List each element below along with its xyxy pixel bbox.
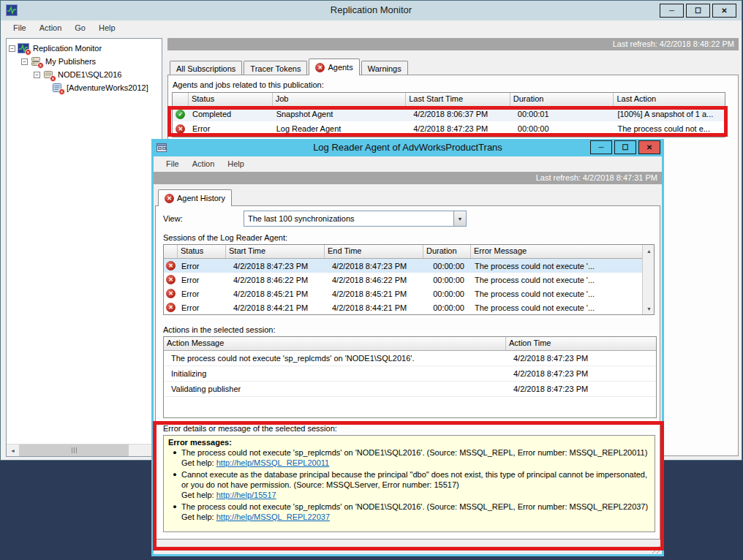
error-icon: ✕ bbox=[166, 261, 176, 270]
dialog-tabs: ✕ Agent History bbox=[154, 190, 662, 206]
log-reader-agent-dialog: Log Reader Agent of AdvWorksProductTrans… bbox=[151, 139, 664, 556]
error-badge-icon: x bbox=[59, 88, 65, 95]
tab-tracer-tokens[interactable]: Tracer Tokens bbox=[244, 61, 307, 75]
column-status[interactable]: Status bbox=[189, 93, 273, 106]
session-row[interactable]: ✕ Error 4/2/2018 8:44:21 PM 4/2/2018 8:4… bbox=[164, 300, 642, 314]
tree-item-adventureworks2012[interactable]: x [AdventureWorks2012] bbox=[9, 81, 162, 94]
dialog-title: Log Reader Agent of AdvWorksProductTrans bbox=[154, 142, 662, 153]
tab-all-subscriptions[interactable]: All Subscriptions bbox=[170, 61, 242, 75]
tab-warnings[interactable]: Warnings bbox=[361, 61, 408, 75]
collapse-icon[interactable]: − bbox=[9, 45, 15, 52]
column-action-time[interactable]: Action Time bbox=[506, 337, 656, 350]
sessions-label: Sessions of the Log Reader Agent: bbox=[163, 233, 287, 242]
error-badge-icon: x bbox=[25, 49, 31, 56]
tab-agent-history[interactable]: ✕ Agent History bbox=[158, 189, 232, 206]
menu-help[interactable]: Help bbox=[221, 156, 251, 172]
dialog-titlebar: Log Reader Agent of AdvWorksProductTrans… bbox=[154, 139, 662, 156]
error-details-label: Error details or message of the selected… bbox=[163, 424, 337, 433]
error-icon: ✕ bbox=[166, 303, 176, 312]
error-icon: ✕ bbox=[315, 63, 325, 72]
column-last-action[interactable]: Last Action bbox=[614, 93, 725, 106]
close-icon[interactable]: ✕ bbox=[638, 140, 660, 154]
scroll-down-icon[interactable]: ▼ bbox=[643, 303, 655, 314]
scroll-left-icon[interactable]: ◄ bbox=[7, 444, 19, 456]
menu-action[interactable]: Action bbox=[33, 20, 69, 36]
session-row[interactable]: ✕ Error 4/2/2018 8:45:21 PM 4/2/2018 8:4… bbox=[164, 287, 642, 300]
chevron-down-icon[interactable]: ▼ bbox=[453, 211, 466, 226]
maximize-icon[interactable]: ☐ bbox=[614, 140, 636, 154]
publication-icon: x bbox=[51, 82, 63, 94]
bullet-icon: ● bbox=[168, 447, 181, 468]
main-titlebar: Replication Monitor ─ ☐ ✕ bbox=[1, 1, 742, 20]
session-row[interactable]: ✕ Error 4/2/2018 8:47:23 PM 4/2/2018 8:4… bbox=[164, 259, 642, 273]
column-status[interactable]: Status bbox=[178, 245, 226, 258]
resize-grip[interactable] bbox=[650, 544, 660, 553]
success-icon: ✓ bbox=[176, 110, 185, 119]
help-link[interactable]: http://help/MSSQL_REPL20011 bbox=[216, 458, 330, 467]
menu-go[interactable]: Go bbox=[68, 20, 92, 36]
menu-action[interactable]: Action bbox=[186, 156, 222, 172]
minimize-icon[interactable]: ─ bbox=[660, 4, 684, 18]
scroll-up-icon[interactable]: ▲ bbox=[643, 245, 655, 257]
collapse-icon[interactable]: − bbox=[34, 72, 40, 78]
tree-item-replication-monitor[interactable]: − x Replication Monitor bbox=[9, 42, 162, 55]
collapse-icon[interactable]: − bbox=[21, 58, 28, 65]
scrollbar-thumb[interactable] bbox=[19, 444, 129, 456]
dialog-client-area: File Action Help Last refresh: 4/2/2018 … bbox=[154, 156, 662, 554]
agents-section-label: Agents and jobs related to this publicat… bbox=[173, 80, 324, 89]
server-icon: x bbox=[42, 69, 54, 80]
help-link[interactable]: http://help/15517 bbox=[216, 491, 276, 499]
dialog-status-strip bbox=[155, 541, 660, 554]
error-details-box: Error messages: ● The process could not … bbox=[163, 435, 655, 532]
error-message-item: ● The process could not execute 'sp_repl… bbox=[168, 447, 649, 468]
tree-item-node1-sql2016[interactable]: − x NODE1\SQL2016 bbox=[9, 68, 162, 81]
agent-history-panel: View: The last 100 synchronizations ▼ Se… bbox=[155, 205, 660, 540]
menu-help[interactable]: Help bbox=[92, 20, 122, 36]
actions-label: Actions in the selected session: bbox=[163, 325, 275, 334]
actions-grid-header: Action Message Action Time bbox=[164, 337, 656, 351]
sessions-grid: Status Start Time End Time Duration Erro… bbox=[163, 244, 655, 315]
action-row[interactable]: The process could not execute 'sp_replcm… bbox=[164, 351, 656, 366]
bullet-icon: ● bbox=[168, 469, 181, 500]
tab-agents[interactable]: ✕ Agents bbox=[309, 58, 359, 75]
error-message-item: ● Cannot execute as the database princip… bbox=[168, 469, 649, 500]
tree-horizontal-scrollbar[interactable]: ◄ bbox=[7, 444, 162, 456]
error-icon: ✕ bbox=[166, 289, 176, 298]
column-start-time[interactable]: Start Time bbox=[226, 245, 325, 258]
minimize-icon[interactable]: ─ bbox=[590, 140, 612, 154]
view-dropdown[interactable]: The last 100 synchronizations ▼ bbox=[244, 211, 467, 227]
action-row[interactable]: Validating publisher 4/2/2018 8:47:23 PM bbox=[164, 382, 656, 397]
column-end-time[interactable]: End Time bbox=[325, 245, 423, 258]
bullet-icon: ● bbox=[168, 502, 181, 522]
menu-file[interactable]: File bbox=[7, 20, 33, 36]
publication-tabs: All Subscriptions Tracer Tokens ✕ Agents… bbox=[167, 58, 739, 75]
maximize-icon[interactable]: ☐ bbox=[686, 4, 710, 18]
action-row[interactable]: Initializing 4/2/2018 8:47:23 PM bbox=[164, 366, 656, 382]
error-icon: ✕ bbox=[165, 194, 174, 203]
error-messages-heading: Error messages: bbox=[168, 438, 649, 447]
column-duration[interactable]: Duration bbox=[423, 245, 471, 258]
agent-row-log-reader[interactable]: ✕ Error Log Reader Agent 4/2/2018 8:47:2… bbox=[173, 121, 725, 136]
window-title: Replication Monitor bbox=[1, 4, 742, 15]
column-last-start-time[interactable]: Last Start Time bbox=[406, 93, 510, 106]
agent-row-snapshot[interactable]: ✓ Completed Snapshot Agent 4/2/2018 8:06… bbox=[173, 107, 725, 121]
column-duration[interactable]: Duration bbox=[510, 93, 614, 106]
actions-grid: Action Message Action Time The process c… bbox=[163, 336, 657, 418]
main-menubar: File Action Go Help bbox=[1, 20, 742, 36]
tree-item-my-publishers[interactable]: − x My Publishers bbox=[9, 55, 162, 68]
session-row[interactable]: ✕ Error 4/2/2018 8:46:22 PM 4/2/2018 8:4… bbox=[164, 273, 642, 287]
help-link[interactable]: http://help/MSSQL_REPL22037 bbox=[216, 512, 330, 521]
dialog-last-refresh: Last refresh: 4/2/2018 8:47:31 PM bbox=[154, 172, 662, 184]
menu-file[interactable]: File bbox=[159, 156, 186, 172]
error-message-item: ● The process could not execute 'sp_repl… bbox=[168, 502, 649, 522]
view-dropdown-value: The last 100 synchronizations bbox=[244, 211, 453, 226]
error-badge-icon: x bbox=[50, 75, 56, 82]
agents-grid-header: Status Job Last Start Time Duration Last… bbox=[173, 93, 725, 107]
error-icon: ✕ bbox=[176, 124, 185, 134]
sessions-vertical-scrollbar[interactable]: ▲ ▼ bbox=[642, 245, 654, 314]
column-error-message[interactable]: Error Message bbox=[471, 245, 642, 258]
column-action-message[interactable]: Action Message bbox=[164, 337, 506, 350]
column-job[interactable]: Job bbox=[273, 93, 407, 106]
error-badge-icon: x bbox=[37, 62, 44, 69]
close-icon[interactable]: ✕ bbox=[712, 4, 736, 18]
